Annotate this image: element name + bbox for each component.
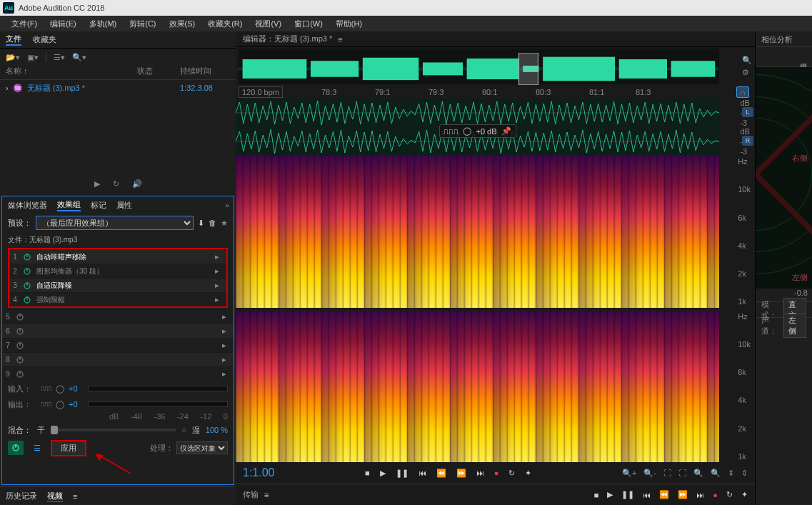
list-view-icon[interactable]: ☰ — [29, 441, 45, 455]
chevron-right-icon[interactable]: ▸ — [222, 312, 234, 321]
chevron-right-icon[interactable]: ▸ — [222, 369, 234, 379]
pin-icon[interactable]: 📌 — [501, 126, 511, 136]
save-preset-icon[interactable]: ⬇ — [198, 219, 204, 228]
panel-menu-icon[interactable]: ≡ — [264, 491, 269, 499]
zoom-out-icon[interactable]: 🔍- — [643, 469, 656, 478]
skip-start-icon[interactable]: ⏮ — [643, 491, 651, 499]
chevron-right-icon[interactable]: ▸ — [215, 252, 226, 261]
menu-clip[interactable]: 剪辑(C) — [124, 17, 161, 31]
menu-help[interactable]: 帮助(H) — [330, 17, 368, 31]
col-name[interactable]: 名称 ↑ — [6, 66, 137, 79]
power-icon[interactable] — [14, 326, 26, 336]
power-icon[interactable] — [21, 266, 34, 276]
bpm-display[interactable]: 120.0 bpm — [239, 86, 283, 98]
rewind-icon[interactable]: ⏪ — [659, 490, 669, 499]
mix-slider[interactable] — [51, 429, 176, 431]
fx-slot-5[interactable]: 5▸ — [2, 309, 234, 324]
stop-icon[interactable]: ■ — [594, 491, 599, 499]
rewind-icon[interactable]: ⏪ — [436, 469, 446, 478]
right-channel-badge[interactable]: R — [742, 136, 753, 146]
zoom-selection-icon[interactable]: ⛶ — [678, 469, 686, 478]
tab-files[interactable]: 文件 — [6, 34, 21, 46]
tab-phase-analysis[interactable]: 相位分析 — [756, 31, 812, 47]
fx-slot-7[interactable]: 7▸ — [2, 338, 234, 352]
col-status[interactable]: 状态 — [137, 66, 180, 79]
favorite-icon[interactable]: ★ — [221, 219, 228, 228]
forward-icon[interactable]: ⏩ — [678, 490, 688, 499]
chevron-right-icon[interactable]: ▸ — [215, 266, 226, 276]
overview-waveform[interactable]: 🔍 ⚙ — [239, 49, 719, 84]
loop-icon[interactable]: ↻ — [726, 490, 733, 499]
phase-scope[interactable]: 右侧 左侧 — [756, 67, 812, 289]
zoom-tool-icon[interactable]: 🔍 — [742, 56, 752, 65]
play-icon[interactable]: ▶ — [607, 490, 613, 499]
expand-icon[interactable]: › — [6, 84, 9, 92]
skip-end-icon[interactable]: ⏭ — [696, 491, 704, 499]
list-icon[interactable]: ☰▾ — [54, 53, 65, 62]
menu-window[interactable]: 窗口(W) — [289, 17, 329, 31]
pause-icon[interactable]: ❚❚ — [396, 469, 408, 478]
waveform-display[interactable]: dB- ∞-3 L dB- ∞-3 R ⎍⎍⎍ ◯ +0 dB 📌 — [236, 99, 719, 156]
col-duration[interactable]: 持续时间 — [180, 66, 230, 79]
search-icon[interactable]: 🔍▾ — [72, 53, 86, 62]
record-icon[interactable]: ▣▾ — [27, 53, 39, 62]
menu-edit[interactable]: 编辑(E) — [44, 17, 82, 31]
delete-preset-icon[interactable]: 🗑 — [209, 219, 216, 227]
chevron-right-icon[interactable]: ▸ — [222, 326, 234, 336]
timecode[interactable]: 1:1.00 — [243, 466, 274, 479]
fx-slot-9[interactable]: 9▸ — [2, 366, 234, 381]
zoom-full-icon[interactable]: ⛶ — [663, 469, 671, 478]
process-select[interactable]: 仅选区对象 — [176, 441, 228, 454]
file-row[interactable]: › ♒ 无标题 (3).mp3 * 1:32.3.08 — [0, 80, 236, 96]
panel-menu-icon[interactable]: ≡ — [73, 492, 77, 501]
open-icon[interactable]: 📂▾ — [6, 53, 20, 62]
zoom-vert-out-icon[interactable]: ⇕ — [741, 469, 748, 478]
menu-multitrack[interactable]: 多轨(M) — [84, 17, 123, 31]
tab-favorites[interactable]: 收藏夹 — [33, 34, 56, 45]
fx-slot-8[interactable]: 8▸ — [2, 352, 234, 366]
record-icon[interactable]: ● — [713, 491, 718, 499]
rack-power-button[interactable] — [8, 441, 24, 455]
power-icon[interactable] — [14, 341, 26, 351]
chevron-right-icon[interactable]: ▸ — [215, 281, 226, 290]
power-icon[interactable] — [21, 252, 34, 262]
skip-selection-icon[interactable]: ✦ — [525, 469, 531, 478]
zoom-out-point-icon[interactable]: 🔍 — [711, 469, 721, 478]
tab-history[interactable]: 历史记录 — [6, 491, 37, 501]
gain-knob-icon[interactable]: ◯ — [463, 126, 471, 136]
power-icon[interactable] — [21, 295, 34, 305]
skip-end-icon[interactable]: ⏭ — [476, 469, 484, 477]
menu-file[interactable]: 文件(F) — [6, 17, 43, 31]
overflow-icon[interactable]: » — [225, 201, 229, 209]
zoom-in-icon[interactable]: 🔍+ — [622, 469, 636, 478]
preset-select[interactable]: （最后应用效果组） — [36, 216, 194, 230]
fx-slot-1[interactable]: 1 自动咔嗒声移除 ▸ — [9, 249, 226, 264]
tab-markers[interactable]: 标记 — [91, 200, 106, 211]
channel-select[interactable]: 左侧 — [783, 314, 806, 338]
pause-icon[interactable]: ❚❚ — [621, 490, 634, 499]
chevron-right-icon[interactable]: ▸ — [215, 295, 226, 304]
gain-knob-icon[interactable]: ◯ — [56, 400, 64, 409]
forward-icon[interactable]: ⏩ — [456, 469, 466, 478]
stop-icon[interactable]: ■ — [365, 469, 370, 477]
tab-media-browser[interactable]: 媒体浏览器 — [8, 200, 47, 211]
play-icon[interactable]: ▶ — [380, 469, 386, 478]
auto-play-icon[interactable]: 🔊 — [132, 179, 142, 189]
loop-icon[interactable]: ↻ — [113, 179, 119, 189]
timeline-ruler[interactable]: 120.0 bpm 78:3 79:1 79:3 80:1 80:3 81:1 … — [236, 86, 755, 99]
panel-menu-icon[interactable]: ≡ — [338, 35, 342, 44]
zoom-vert-in-icon[interactable]: ⇕ — [728, 469, 734, 478]
chevron-right-icon[interactable]: ▸ — [222, 341, 234, 350]
apply-button[interactable]: 应用 — [51, 440, 86, 456]
gain-knob-icon[interactable]: ◯ — [56, 384, 64, 394]
settings-icon[interactable]: ⚙ — [742, 68, 752, 77]
fx-slot-3[interactable]: 3 自适应降噪 ▸ — [9, 278, 226, 292]
menu-effects[interactable]: 效果(S) — [164, 17, 201, 31]
left-channel-badge[interactable]: L — [742, 107, 753, 117]
loop-icon[interactable]: ↻ — [508, 469, 515, 478]
fx-slot-6[interactable]: 6▸ — [2, 324, 234, 338]
record-icon[interactable]: ● — [494, 469, 499, 477]
fx-slot-2[interactable]: 2 图形均衡器（30 段） ▸ — [9, 264, 226, 278]
tab-properties[interactable]: 属性 — [116, 200, 132, 211]
power-icon[interactable] — [14, 355, 26, 365]
